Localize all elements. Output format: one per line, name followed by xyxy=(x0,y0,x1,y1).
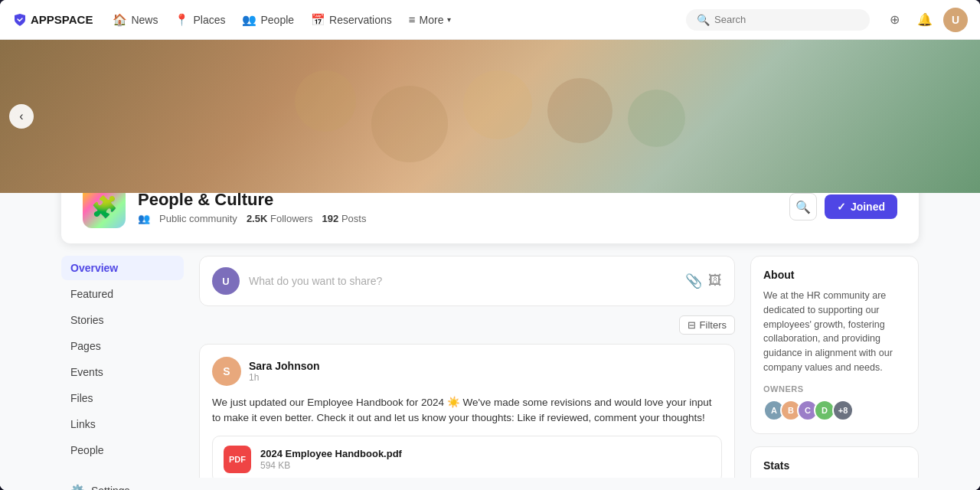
nav-people[interactable]: 👥 People xyxy=(234,8,302,31)
filters-button[interactable]: ⊟ Filters xyxy=(679,315,735,335)
filters-bar: ⊟ Filters xyxy=(199,315,735,335)
followers-count: 2.5K Followers xyxy=(247,213,313,224)
settings-icon: ⚙️ xyxy=(70,484,85,490)
search-icon: 🔍 xyxy=(697,14,710,26)
hero-banner: ‹ xyxy=(0,40,980,193)
nav-places[interactable]: 📍 Places xyxy=(167,8,233,31)
about-card: About We at the HR community are dedicat… xyxy=(750,256,919,434)
sidebar-item-events[interactable]: Events xyxy=(61,360,184,384)
add-button[interactable]: ⊕ xyxy=(882,8,906,32)
community-section: 🧩 People & Culture 👥 Public community 2.… xyxy=(0,193,980,490)
attach-icon[interactable]: 📎 xyxy=(685,273,702,289)
calendar-icon: 📅 xyxy=(311,13,325,27)
sidebar-item-featured[interactable]: Featured xyxy=(61,282,184,306)
body-layout: Overview Featured Stories Pages Events xyxy=(0,243,980,490)
sidebar: Overview Featured Stories Pages Events xyxy=(61,256,184,478)
search-bar[interactable]: 🔍 xyxy=(686,9,870,31)
hero-overlay xyxy=(0,40,980,193)
back-button[interactable]: ‹ xyxy=(9,104,34,129)
post-card: S Sara Johnson 1h We just updated our Em… xyxy=(199,344,735,478)
more-icon: ≡ xyxy=(409,13,416,26)
sidebar-item-stories[interactable]: Stories xyxy=(61,308,184,332)
poster-info: Sara Johnson 1h xyxy=(249,360,722,383)
pdf-icon: PDF xyxy=(224,446,251,473)
more-owners[interactable]: +8 xyxy=(832,400,854,421)
community-actions: 🔍 ✓ Joined xyxy=(789,193,897,220)
home-icon: 🏠 xyxy=(113,13,127,27)
sidebar-item-files[interactable]: Files xyxy=(61,386,184,410)
about-text: We at the HR community are dedicated to … xyxy=(763,289,906,375)
compose-actions: 📎 🖼 xyxy=(685,273,722,289)
filter-icon: ⊟ xyxy=(688,319,696,331)
stats-card: Stats 💬 1 new post today 6 in the last 3… xyxy=(750,446,919,479)
places-icon: 📍 xyxy=(175,13,189,27)
feed-area: U What do you want to share? 📎 🖼 ⊟ Filte… xyxy=(199,256,735,478)
about-title: About xyxy=(763,269,906,281)
post-text: We just updated our Employee Handbook fo… xyxy=(212,395,722,426)
community-logo: 🧩 xyxy=(83,193,126,228)
owners-row: A B C D +8 xyxy=(763,400,906,421)
right-panel: About We at the HR community are dedicat… xyxy=(750,256,919,478)
posts-count: 192 Posts xyxy=(322,213,367,224)
check-icon: ✓ xyxy=(837,201,846,213)
sidebar-item-people[interactable]: People xyxy=(61,438,184,462)
sidebar-item-links[interactable]: Links xyxy=(61,412,184,436)
post-header: S Sara Johnson 1h xyxy=(212,357,722,386)
nav-actions: ⊕ 🔔 U xyxy=(882,8,968,32)
sidebar-item-settings[interactable]: ⚙️ Settings xyxy=(61,478,184,490)
stats-title: Stats xyxy=(763,459,906,472)
main-content: ‹ 🧩 People & Culture 👥 Public community … xyxy=(0,40,980,490)
nav-news[interactable]: 🏠 News xyxy=(105,8,165,31)
chevron-down-icon: ▾ xyxy=(447,15,451,24)
notifications-button[interactable]: 🔔 xyxy=(913,8,937,32)
poster-avatar: S xyxy=(212,357,241,386)
community-type: Public community xyxy=(159,213,237,224)
joined-button[interactable]: ✓ Joined xyxy=(825,194,897,219)
community-search-button[interactable]: 🔍 xyxy=(789,193,817,220)
nav-more[interactable]: ≡ More ▾ xyxy=(401,8,459,31)
community-meta: 👥 Public community 2.5K Followers 192 Po… xyxy=(138,213,777,224)
nav-items: 🏠 News 📍 Places 👥 People 📅 Reservations … xyxy=(105,8,680,31)
attachment-card[interactable]: PDF 2024 Employee Handbook.pdf 594 KB xyxy=(212,436,722,479)
compose-input[interactable]: What do you want to share? xyxy=(249,275,676,287)
owners-label: OWNERS xyxy=(763,384,906,394)
community-info: People & Culture 👥 Public community 2.5K… xyxy=(138,193,777,224)
sidebar-item-overview[interactable]: Overview xyxy=(61,256,184,280)
attachment-size: 594 KB xyxy=(260,460,710,471)
app-logo[interactable]: APPSPACE xyxy=(12,12,93,28)
people-icon: 👥 xyxy=(242,13,256,27)
top-navigation: APPSPACE 🏠 News 📍 Places 👥 People 📅 Rese… xyxy=(0,0,980,40)
post-time: 1h xyxy=(249,372,722,383)
current-user-avatar: U xyxy=(212,267,240,295)
compose-box: U What do you want to share? 📎 🖼 xyxy=(199,256,735,306)
poster-name: Sara Johnson xyxy=(249,360,722,372)
community-type-icon: 👥 xyxy=(138,213,150,224)
attachment-name: 2024 Employee Handbook.pdf xyxy=(260,448,710,459)
user-avatar[interactable]: U xyxy=(943,8,968,32)
search-input[interactable] xyxy=(714,14,859,25)
sidebar-item-pages[interactable]: Pages xyxy=(61,334,184,358)
nav-reservations[interactable]: 📅 Reservations xyxy=(303,8,400,31)
community-name: People & Culture xyxy=(138,193,777,210)
attachment-info: 2024 Employee Handbook.pdf 594 KB xyxy=(260,448,710,471)
community-card: 🧩 People & Culture 👥 Public community 2.… xyxy=(61,193,919,243)
image-icon[interactable]: 🖼 xyxy=(708,273,722,289)
